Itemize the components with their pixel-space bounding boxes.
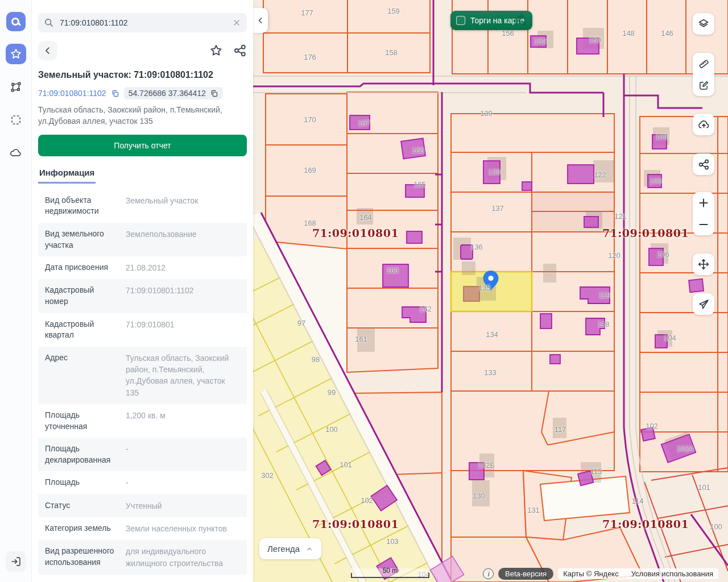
info-row: Площадь декларированная- — [38, 438, 247, 471]
selected-parcel-building — [464, 286, 479, 301]
legend-button[interactable]: Легенда — [259, 538, 321, 559]
pan-icon — [697, 258, 710, 271]
search-input[interactable] — [59, 18, 228, 28]
info-table: Вид объекта недвижимостиЗемельный участо… — [38, 189, 247, 582]
measure-edit-group — [693, 53, 714, 96]
info-row-label: Кадастровый квартал — [45, 319, 118, 341]
cadastral-map-canvas — [253, 0, 728, 582]
layers-icon — [697, 18, 710, 30]
sidebar-item-area-select[interactable] — [6, 110, 26, 130]
info-row: Категория земельЗемли населенных пунктов — [38, 517, 247, 540]
legend-label: Легенда — [267, 544, 300, 554]
zoom-in-button[interactable] — [693, 192, 714, 214]
info-row: Вид земельного участкаЗемлепользование — [38, 223, 247, 256]
badges-row: 71:09:010801:1102 54.726686 37.364412 — [38, 87, 247, 99]
zoom-out-button[interactable] — [693, 214, 714, 235]
info-row-value: - — [126, 477, 240, 488]
edit-button[interactable] — [693, 74, 714, 96]
info-row-label: Дата присвоения — [45, 262, 118, 273]
info-row: СтатусУчтенный — [38, 494, 247, 517]
info-icon[interactable]: i — [483, 568, 494, 579]
exit-button[interactable] — [6, 551, 26, 572]
info-row-value: Земли населенных пунктов — [126, 523, 240, 534]
info-row-label: Площадь декларированная — [45, 443, 118, 465]
ruler-button[interactable] — [693, 53, 714, 74]
star-icon — [10, 48, 22, 60]
share-icon — [698, 159, 710, 171]
info-row: Вид объекта недвижимостиЗемельный участо… — [38, 189, 247, 223]
exit-icon — [10, 555, 22, 568]
pan-button[interactable] — [693, 253, 714, 275]
beta-badge: Beta-версия — [498, 568, 553, 580]
sidebar-item-favorites[interactable] — [6, 44, 26, 64]
info-row-value: 1,200 кв. м — [126, 410, 240, 432]
minus-icon — [698, 219, 709, 230]
copy-icon[interactable] — [111, 89, 119, 98]
logo-icon — [10, 15, 22, 28]
info-row-label: Кадастровый номер — [45, 285, 118, 307]
info-row-value: для индивидуального жилищного строительс… — [126, 546, 240, 569]
locate-icon — [698, 298, 710, 310]
sidebar-item-cloud[interactable] — [6, 143, 26, 163]
upload-button[interactable] — [693, 114, 714, 135]
tab-information[interactable]: Информация — [38, 164, 96, 184]
polygon-select-icon — [10, 81, 22, 93]
info-row-value: 71:09:010801 — [126, 319, 240, 341]
copy-icon[interactable] — [210, 89, 218, 98]
favorite-star-icon[interactable] — [209, 44, 223, 57]
get-report-button[interactable]: Получить отчет — [38, 135, 247, 156]
edit-icon — [698, 80, 710, 92]
map-copyright: Карты © Яндекс — [563, 569, 619, 578]
share-map-button[interactable] — [693, 153, 714, 175]
back-button[interactable] — [38, 41, 57, 60]
info-row: Площадь- — [38, 471, 247, 494]
attribution-row: i Beta-версия Карты © Яндекс Условия исп… — [483, 568, 718, 580]
app-logo[interactable] — [6, 12, 26, 31]
sidebar-item-polygon-select[interactable] — [6, 77, 26, 97]
object-header-toolbar — [38, 41, 247, 60]
search-bar — [38, 13, 247, 32]
info-row: АдресТульская область, Заокский район, п… — [38, 347, 247, 404]
info-row-label: Вид объекта недвижимости — [45, 195, 118, 217]
area-select-icon — [10, 114, 22, 126]
info-row-label: Вид земельного участка — [45, 228, 118, 251]
info-row: Форма собственностиЧастная — [38, 575, 247, 582]
info-row-label: Вид разрешенного использования — [45, 546, 118, 569]
map-area[interactable]: 1771591761581561521501481461391381221371… — [253, 0, 728, 582]
ruler-icon — [698, 58, 710, 70]
cloud-icon — [9, 147, 22, 160]
app-rail — [0, 0, 32, 582]
chevron-left-icon — [43, 45, 53, 56]
locate-button[interactable] — [693, 293, 714, 315]
info-row-value: - — [126, 443, 240, 465]
info-panel: Земельный участок: 71:09:010801:1102 71:… — [32, 0, 253, 582]
info-row-label: Площадь уточненная — [45, 410, 118, 432]
cadastral-number-link[interactable]: 71:09:010801:1102 — [38, 89, 106, 98]
info-row-label: Категория земель — [45, 523, 118, 534]
scale-bar: 50 m — [351, 568, 429, 578]
search-icon — [44, 18, 54, 28]
info-row-label: Адрес — [45, 352, 118, 398]
info-row: Площадь уточненная1,200 кв. м — [38, 404, 247, 438]
cloud-upload-icon — [697, 118, 710, 131]
tabs: Информация — [38, 164, 247, 184]
layers-button[interactable] — [693, 13, 714, 35]
plus-icon — [698, 197, 709, 209]
trades-on-map-toggle[interactable]: Торги на карте — [450, 11, 532, 30]
object-address: Тульская область, Заокский район, п.Темь… — [38, 105, 247, 127]
info-row: Дата присвоения21.08.2012 — [38, 256, 247, 279]
collapse-panel-button[interactable] — [253, 8, 268, 33]
clear-search-icon[interactable] — [232, 18, 241, 27]
share-icon[interactable] — [233, 44, 247, 57]
info-row-value: Земельный участок — [126, 195, 240, 217]
coordinates-value: 54.726686 37.364412 — [129, 89, 206, 98]
chevron-up-icon — [305, 545, 313, 553]
info-row: Кадастровый номер71:09:010801:1102 — [38, 279, 247, 313]
info-row-label: Статус — [45, 500, 118, 512]
terms-of-use-link[interactable]: Условия использования — [631, 569, 713, 578]
trades-checkbox[interactable] — [456, 16, 465, 25]
info-row-value: Землепользование — [126, 228, 240, 251]
gavel-watermark-icon — [510, 11, 529, 28]
page-title: Земельный участок: 71:09:010801:1102 — [38, 70, 247, 80]
zoom-group — [693, 192, 714, 235]
